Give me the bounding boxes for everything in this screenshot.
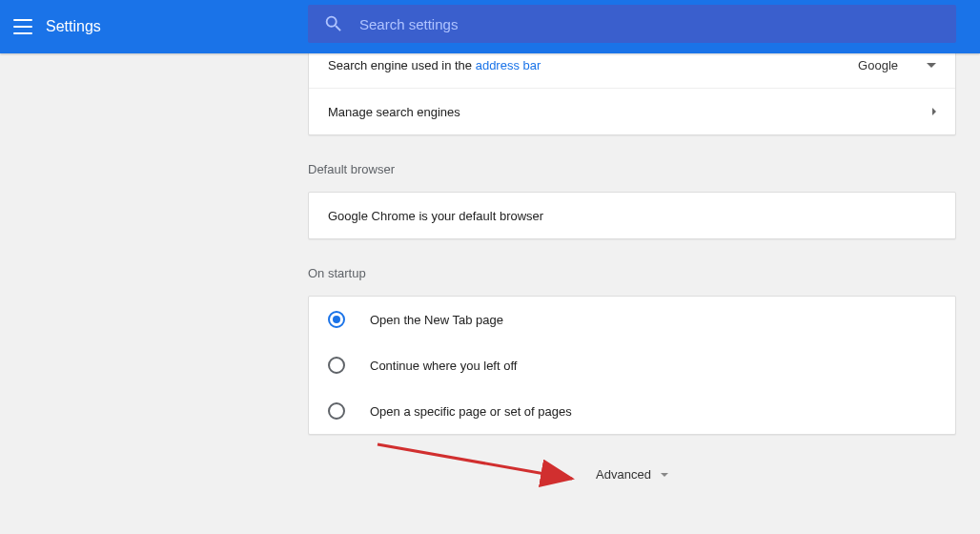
search-bar[interactable] <box>308 5 956 43</box>
default-browser-status-row: Google Chrome is your default browser <box>309 193 955 238</box>
default-browser-card: Google Chrome is your default browser <box>308 192 956 239</box>
search-icon <box>323 13 344 34</box>
startup-option-specific-pages[interactable]: Open a specific page or set of pages <box>309 388 955 434</box>
on-startup-heading: On startup <box>308 266 956 280</box>
chevron-down-icon <box>927 63 936 68</box>
manage-search-engines-row[interactable]: Manage search engines <box>309 89 955 134</box>
default-browser-heading: Default browser <box>308 162 956 176</box>
startup-option-continue[interactable]: Continue where you left off <box>309 342 955 388</box>
startup-option-new-tab[interactable]: Open the New Tab page <box>309 297 955 342</box>
search-engine-value: Google <box>858 58 898 72</box>
chevron-down-icon <box>661 473 668 477</box>
radio-icon[interactable] <box>328 357 345 374</box>
on-startup-card: Open the New Tab page Continue where you… <box>308 296 956 435</box>
page-title: Settings <box>46 18 101 35</box>
settings-content: Search engine used in the address bar Go… <box>308 42 956 442</box>
search-input[interactable] <box>359 16 836 32</box>
address-bar-link[interactable]: address bar <box>476 58 541 72</box>
radio-icon[interactable] <box>328 402 345 420</box>
app-header: Settings <box>0 0 980 53</box>
search-engine-card: Search engine used in the address bar Go… <box>308 42 956 135</box>
advanced-toggle[interactable]: Advanced <box>308 467 956 482</box>
radio-icon[interactable] <box>328 311 345 328</box>
menu-icon[interactable] <box>13 19 32 34</box>
search-engine-label: Search engine used in the address bar <box>328 58 541 72</box>
chevron-right-icon <box>932 108 936 115</box>
